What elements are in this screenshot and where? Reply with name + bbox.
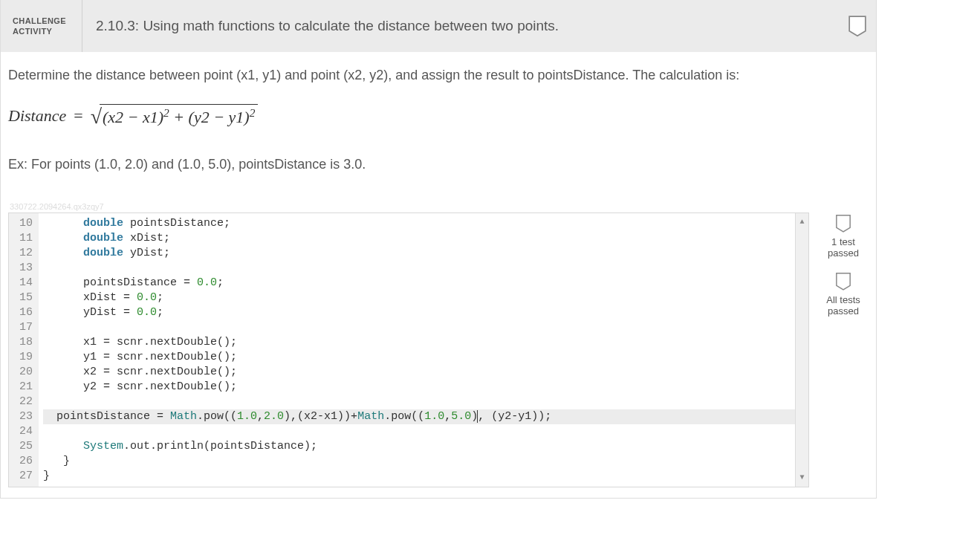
sqrt-expression: √ (x2 − x1)2 + (y2 − y1)2 [91, 104, 259, 127]
code-line[interactable]: pointsDistance = Math.pow((1.0,2.0),(x2-… [43, 409, 795, 424]
line-number: 23 [15, 409, 33, 424]
code-line[interactable]: x2 = scnr.nextDouble(); [43, 365, 795, 380]
example-text: Ex: For points (1.0, 2.0) and (1.0, 5.0)… [8, 157, 869, 172]
line-number: 20 [15, 365, 33, 380]
code-line[interactable]: y1 = scnr.nextDouble(); [43, 350, 795, 365]
line-number: 18 [15, 335, 33, 350]
test-status-all: All tests passed [818, 272, 869, 317]
line-number: 17 [15, 320, 33, 335]
code-line[interactable] [43, 395, 795, 409]
test-status-1: 1 test passed [818, 214, 869, 259]
code-line[interactable]: } [43, 469, 795, 484]
code-line[interactable] [43, 261, 795, 276]
line-number: 25 [15, 439, 33, 454]
line-gutter: 101112131415161718192021222324252627 [9, 213, 39, 487]
line-number: 10 [15, 216, 33, 231]
header-title: 2.10.3: Using math functions to calculat… [82, 18, 848, 34]
formula-rhs: (x2 − x1)2 + (y2 − y1)2 [100, 104, 258, 127]
shield-icon [835, 272, 851, 291]
line-number: 26 [15, 454, 33, 469]
line-number: 12 [15, 246, 33, 261]
line-number: 13 [15, 261, 33, 276]
header-label: CHALLENGE ACTIVITY [1, 0, 82, 52]
challenge-header: CHALLENGE ACTIVITY 2.10.3: Using math fu… [1, 0, 876, 52]
vertical-scrollbar[interactable]: ▲ ▼ [795, 213, 808, 487]
line-number: 19 [15, 350, 33, 365]
line-number: 27 [15, 469, 33, 484]
test-status-1-label: 1 test passed [818, 236, 869, 259]
header-label-line2: ACTIVITY [13, 26, 70, 36]
code-editor[interactable]: 101112131415161718192021222324252627 dou… [8, 213, 809, 487]
code-line[interactable] [43, 424, 795, 439]
line-number: 11 [15, 231, 33, 246]
code-area[interactable]: double pointsDistance; double xDist; dou… [39, 213, 795, 487]
line-number: 16 [15, 305, 33, 320]
code-line[interactable]: x1 = scnr.nextDouble(); [43, 335, 795, 350]
formula-equals: = [71, 106, 85, 126]
code-line[interactable]: System.out.println(pointsDistance); [43, 439, 795, 454]
line-number: 14 [15, 276, 33, 291]
code-line[interactable]: } [43, 454, 795, 469]
code-line[interactable]: double xDist; [43, 231, 795, 246]
line-number: 21 [15, 380, 33, 395]
test-status-column: 1 test passed All tests passed [818, 213, 869, 330]
shield-icon [835, 214, 851, 233]
code-line[interactable]: yDist = 0.0; [43, 305, 795, 320]
code-line[interactable]: y2 = scnr.nextDouble(); [43, 380, 795, 395]
test-status-all-label: All tests passed [818, 294, 869, 317]
line-number: 24 [15, 424, 33, 439]
code-line[interactable]: xDist = 0.0; [43, 291, 795, 305]
code-line[interactable]: pointsDistance = 0.0; [43, 276, 795, 291]
code-line[interactable] [43, 320, 795, 335]
code-line[interactable]: double yDist; [43, 246, 795, 261]
challenge-body: Determine the distance between point (x1… [1, 52, 876, 498]
prompt-text: Determine the distance between point (x1… [8, 65, 869, 86]
code-line[interactable]: double pointsDistance; [43, 216, 795, 231]
formula-lhs: Distance [8, 106, 66, 126]
scroll-down-icon[interactable]: ▼ [796, 469, 808, 487]
line-number: 15 [15, 291, 33, 305]
editor-row: 101112131415161718192021222324252627 dou… [8, 213, 869, 487]
watermark: 330722.2094264.qx3zqy7 [8, 202, 869, 211]
scroll-up-icon[interactable]: ▲ [796, 213, 808, 231]
progress-icon[interactable] [848, 15, 867, 37]
challenge-container: CHALLENGE ACTIVITY 2.10.3: Using math fu… [0, 0, 877, 499]
line-number: 22 [15, 395, 33, 409]
header-label-line1: CHALLENGE [13, 16, 70, 26]
distance-formula: Distance = √ (x2 − x1)2 + (y2 − y1)2 [8, 104, 869, 127]
